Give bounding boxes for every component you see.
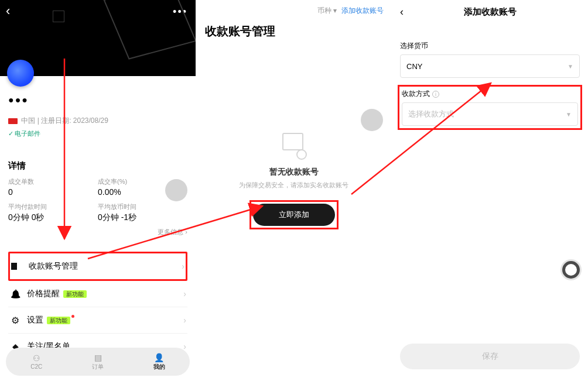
gear-icon <box>9 314 21 326</box>
profile-screen: ‹ ••• ●●● 中国 | 注册日期: 2023/08/29 电子邮件 详情 … <box>0 0 196 381</box>
trade-count-value: 0 <box>8 187 98 197</box>
panel3-body: 选择货币 CNY ▼ 收款方式 i 选择收款方式 ▼ <box>392 23 588 139</box>
nav-mine[interactable]: 👤 我的 <box>153 353 165 371</box>
method-section-highlight: 收款方式 i 选择收款方式 ▼ <box>398 85 582 130</box>
decor-hexagon-icon <box>103 0 196 60</box>
user-icon: 👤 <box>154 353 165 362</box>
menu-payment-accounts[interactable]: 收款账号管理 › <box>8 252 187 281</box>
empty-search-icon <box>280 133 308 161</box>
chevron-down-icon: ▼ <box>566 111 572 118</box>
add-now-highlight: 立即添加 <box>249 200 339 229</box>
add-account-screen: ‹ 添加收款账号 选择货币 CNY ▼ 收款方式 i 选择收款方式 ▼ 保存 <box>392 0 588 381</box>
username: ●●● <box>8 95 187 105</box>
panel2-header: 币种 ▾ 添加收款账号 <box>196 0 392 18</box>
payment-list-screen: 币种 ▾ 添加收款账号 收款账号管理 暂无收款账号 为保障交易安全，请添加实名收… <box>196 0 392 381</box>
flag-icon <box>8 118 18 124</box>
new-badge: 新功能 <box>47 317 70 324</box>
user-meta: 中国 | 注册日期: 2023/08/29 <box>8 116 187 126</box>
nav-orders-label: 订单 <box>92 363 104 371</box>
menu-price-alert-label: 价格提醒新功能 <box>27 289 183 299</box>
panel2-title: 收款账号管理 <box>196 18 392 45</box>
add-now-button[interactable]: 立即添加 <box>253 204 335 226</box>
avg-pay-value: 0分钟 0秒 <box>8 212 98 223</box>
stats-row2: 平均付款时间 0分钟 0秒 平均放币时间 0分钟 -1秒 <box>8 202 187 223</box>
assist-dot-icon[interactable] <box>361 109 383 131</box>
add-account-link[interactable]: 添加收款账号 <box>341 6 384 16</box>
menu-settings-label: 设置新功能 <box>27 315 183 325</box>
currency-select[interactable]: CNY ▼ <box>400 54 580 78</box>
card-icon <box>11 260 23 272</box>
currency-dropdown[interactable]: 币种 ▾ <box>317 6 337 16</box>
users-icon: ⚇ <box>31 353 42 363</box>
stats-row1: 成交单数 0 成交率(%) 0.00% <box>8 177 187 197</box>
empty-title: 暂无收款账号 <box>196 167 392 177</box>
info-icon[interactable]: i <box>432 91 439 98</box>
nav-c2c[interactable]: ⚇ C2C <box>30 353 42 370</box>
email-verified-badge: 电子邮件 <box>8 129 187 138</box>
back-icon[interactable]: ‹ <box>6 4 10 19</box>
avg-release-value: 0分钟 -1秒 <box>98 212 187 223</box>
menu-price-alert[interactable]: 价格提醒新功能 › <box>8 281 187 307</box>
panel3-title: 添加收款账号 <box>400 6 580 18</box>
menu-list: 收款账号管理 › 价格提醒新功能 › 设置新功能 › 关注/黑名单 › <box>8 252 187 359</box>
nav-orders[interactable]: ▤ 订单 <box>92 353 104 371</box>
avg-pay-label: 平均付款时间 <box>8 202 98 211</box>
method-placeholder: 选择收款方式 <box>408 109 454 119</box>
chevron-right-icon: › <box>183 289 186 298</box>
register-date: 2023/08/29 <box>73 116 108 125</box>
chevron-right-icon: › <box>183 315 186 325</box>
empty-subtitle: 为保障交易安全，请添加实名收款账号 <box>196 181 392 190</box>
empty-state: 暂无收款账号 为保障交易安全，请添加实名收款账号 立即添加 <box>196 133 392 229</box>
menu-settings[interactable]: 设置新功能 › <box>8 307 187 334</box>
save-button[interactable]: 保存 <box>400 344 580 369</box>
details-heading: 详情 <box>8 160 187 171</box>
nav-c2c-label: C2C <box>30 363 42 370</box>
bottom-nav: ⚇ C2C ▤ 订单 👤 我的 <box>6 348 190 376</box>
orders-icon: ▤ <box>93 353 103 362</box>
assist-dot-icon[interactable] <box>165 179 187 201</box>
trade-count-label: 成交单数 <box>8 177 98 186</box>
region-label: 中国 | 注册日期: <box>21 116 71 125</box>
method-label: 收款方式 i <box>402 89 578 99</box>
assist-ring-icon[interactable] <box>562 261 580 279</box>
panel3-header: ‹ 添加收款账号 <box>392 0 588 23</box>
new-badge: 新功能 <box>63 290 87 298</box>
method-select[interactable]: 选择收款方式 ▼ <box>402 102 578 126</box>
chevron-right-icon: › <box>182 262 184 271</box>
currency-section: 选择货币 CNY ▼ <box>400 41 580 78</box>
decor-square-icon <box>53 11 64 22</box>
profile-body: ●●● 中国 | 注册日期: 2023/08/29 电子邮件 详情 成交单数 0… <box>0 76 196 380</box>
chevron-down-icon: ▼ <box>568 63 573 70</box>
notification-dot-icon <box>71 315 74 318</box>
avg-release-label: 平均放币时间 <box>98 202 187 211</box>
nav-mine-label: 我的 <box>153 363 165 371</box>
menu-payment-label: 收款账号管理 <box>29 261 182 272</box>
more-info-link[interactable]: 更多信息 › <box>8 228 187 236</box>
currency-label: 选择货币 <box>400 41 580 51</box>
currency-value: CNY <box>406 62 422 71</box>
bell-icon <box>9 288 21 300</box>
